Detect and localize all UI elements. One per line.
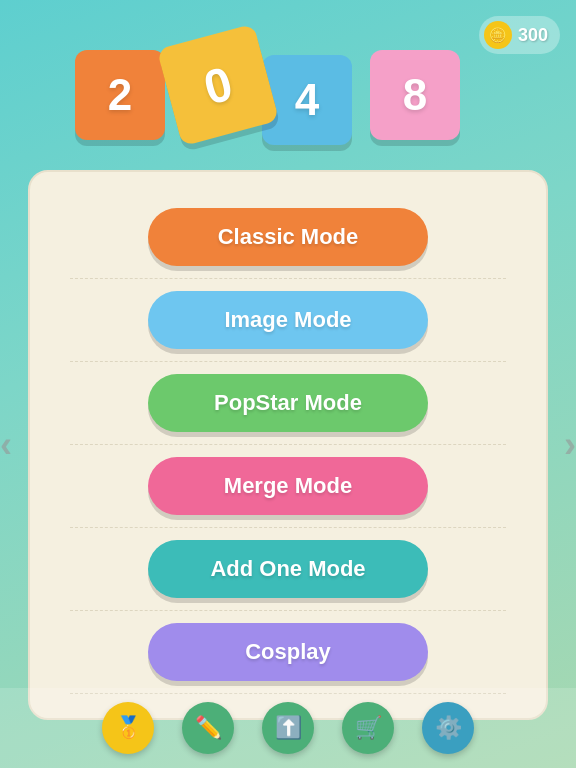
addone-mode-button[interactable]: Add One Mode [148,540,428,598]
arrow-right[interactable]: › [564,424,576,466]
main-card: ‹ Classic Mode Image Mode PopStar Mode M… [28,170,548,720]
tile-2: 2 [75,50,165,140]
tile-4: 4 [262,55,352,145]
popstar-mode-button[interactable]: PopStar Mode [148,374,428,432]
popstar-mode-wrapper: PopStar Mode [70,362,506,445]
merge-mode-button[interactable]: Merge Mode [148,457,428,515]
coin-count: 300 [518,25,548,46]
classic-mode-button[interactable]: Classic Mode [148,208,428,266]
bottom-toolbar: 🥇 ✏️ ⬆️ 🛒 ⚙️ [0,688,576,768]
image-mode-button[interactable]: Image Mode [148,291,428,349]
classic-mode-wrapper: Classic Mode [70,196,506,279]
coin-icon: 🪙 [484,21,512,49]
settings-button[interactable]: ⚙️ [422,702,474,754]
image-mode-wrapper: Image Mode [70,279,506,362]
cosplay-mode-wrapper: Cosplay [70,611,506,694]
share-button[interactable]: ⬆️ [262,702,314,754]
merge-mode-wrapper: Merge Mode [70,445,506,528]
coin-display: 🪙 300 [479,16,560,54]
shop-button[interactable]: 🛒 [342,702,394,754]
addone-mode-wrapper: Add One Mode [70,528,506,611]
edit-button[interactable]: ✏️ [182,702,234,754]
tile-8: 8 [370,50,460,140]
achievement-button[interactable]: 🥇 [102,702,154,754]
cosplay-mode-button[interactable]: Cosplay [148,623,428,681]
tile-0: 0 [157,24,279,146]
arrow-left[interactable]: ‹ [0,424,12,466]
